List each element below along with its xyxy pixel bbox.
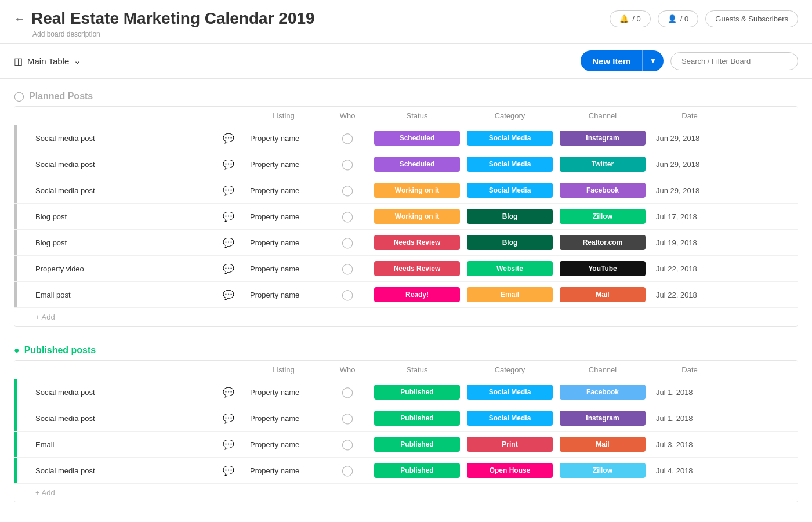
row-name: Social media post <box>28 409 214 427</box>
row-comment[interactable]: 💬 <box>214 434 243 455</box>
row-comment[interactable]: 💬 <box>214 154 243 175</box>
add-row-button[interactable]: + Add <box>14 308 798 326</box>
row-comment[interactable]: 💬 <box>214 206 243 227</box>
person-icon[interactable]: ◯ <box>342 210 353 223</box>
comment-icon[interactable]: 💬 <box>223 133 234 144</box>
row-category[interactable]: Blog <box>463 206 556 226</box>
comment-icon[interactable]: 💬 <box>223 237 234 248</box>
comment-icon[interactable]: 💬 <box>223 159 234 170</box>
row-status[interactable]: Working on it <box>371 206 463 226</box>
new-item-dropdown-arrow[interactable]: ▼ <box>643 52 664 70</box>
row-who[interactable]: ◯ <box>324 231 371 253</box>
row-who[interactable]: ◯ <box>324 284 371 306</box>
person-icon[interactable]: ◯ <box>342 412 353 425</box>
row-channel[interactable]: Zillow <box>556 461 649 480</box>
main-table-button[interactable]: ◫ Main Table ⌄ <box>14 56 81 67</box>
row-status[interactable]: Needs Review <box>371 259 463 278</box>
comment-icon[interactable]: 💬 <box>223 465 234 476</box>
row-comment[interactable]: 💬 <box>214 461 243 481</box>
person-icon[interactable]: ◯ <box>342 158 353 171</box>
row-channel[interactable]: Mail <box>556 434 649 454</box>
row-category[interactable]: Social Media <box>463 408 556 428</box>
new-item-button[interactable]: New Item ▼ <box>581 50 664 71</box>
comment-icon[interactable]: 💬 <box>223 263 234 274</box>
comment-icon[interactable]: 💬 <box>223 289 234 300</box>
row-channel[interactable]: YouTube <box>556 259 649 278</box>
row-category[interactable]: Website <box>463 259 556 278</box>
comment-icon[interactable]: 💬 <box>223 211 234 222</box>
guests-button[interactable]: Guests & Subscribers <box>705 10 798 27</box>
row-channel[interactable]: Facebook <box>556 180 649 200</box>
row-who[interactable]: ◯ <box>324 433 371 455</box>
table-row: Social media post 💬 Property name ◯ Publ… <box>14 379 798 405</box>
channel-badge: Realtor.com <box>560 235 646 250</box>
row-category[interactable]: Email <box>463 285 556 304</box>
row-status[interactable]: Published <box>371 434 463 454</box>
invite-button[interactable]: 👤 / 0 <box>658 10 698 27</box>
group-header-published[interactable]: ● Published posts <box>14 345 798 356</box>
row-channel[interactable]: Zillow <box>556 206 649 226</box>
row-status[interactable]: Needs Review <box>371 233 463 252</box>
row-status[interactable]: Scheduled <box>371 154 463 174</box>
col-status: Status <box>371 361 463 379</box>
add-row-button[interactable]: + Add <box>14 484 798 502</box>
row-who[interactable]: ◯ <box>324 179 371 201</box>
header-actions: 🔔 / 0 👤 / 0 Guests & Subscribers <box>610 10 798 27</box>
col-indicator <box>14 361 28 379</box>
row-category[interactable]: Social Media <box>463 128 556 148</box>
row-channel[interactable]: Mail <box>556 285 649 304</box>
table-row: Social media post 💬 Property name ◯ Publ… <box>14 405 798 432</box>
person-icon[interactable]: ◯ <box>342 288 353 301</box>
row-comment[interactable]: 💬 <box>214 285 243 305</box>
row-category[interactable]: Open House <box>463 461 556 480</box>
row-status[interactable]: Working on it <box>371 180 463 200</box>
row-comment[interactable]: 💬 <box>214 128 243 148</box>
person-icon[interactable]: ◯ <box>342 184 353 197</box>
row-category[interactable]: Blog <box>463 233 556 252</box>
row-category[interactable]: Social Media <box>463 180 556 200</box>
comment-icon[interactable]: 💬 <box>223 439 234 450</box>
row-name: Email <box>28 436 214 454</box>
row-channel[interactable]: Twitter <box>556 154 649 174</box>
person-icon[interactable]: ◯ <box>342 464 353 477</box>
row-status[interactable]: Published <box>371 461 463 480</box>
person-icon[interactable]: ◯ <box>342 438 353 451</box>
person-icon[interactable]: ◯ <box>342 236 353 249</box>
main-content: ◯ Planned Posts Listing Who Status Categ… <box>0 79 812 522</box>
row-category[interactable]: Social Media <box>463 382 556 402</box>
comment-icon[interactable]: 💬 <box>223 387 234 398</box>
person-icon[interactable]: ◯ <box>342 386 353 398</box>
row-category[interactable]: Print <box>463 434 556 454</box>
row-who[interactable]: ◯ <box>324 153 371 175</box>
row-status[interactable]: Published <box>371 382 463 402</box>
row-category[interactable]: Social Media <box>463 154 556 174</box>
row-who[interactable]: ◯ <box>324 459 371 481</box>
search-input[interactable] <box>670 52 798 70</box>
row-comment[interactable]: 💬 <box>214 259 243 279</box>
share-icon[interactable]: ← <box>14 12 26 26</box>
row-name: Social media post <box>28 182 214 200</box>
row-status[interactable]: Published <box>371 408 463 428</box>
activity-button[interactable]: 🔔 / 0 <box>610 10 650 27</box>
person-icon[interactable]: ◯ <box>342 262 353 275</box>
row-comment[interactable]: 💬 <box>214 233 243 253</box>
row-status[interactable]: Ready! <box>371 285 463 304</box>
comment-icon[interactable]: 💬 <box>223 185 234 196</box>
group-header-planned[interactable]: ◯ Planned Posts <box>14 90 798 102</box>
row-comment[interactable]: 💬 <box>214 382 243 403</box>
row-who[interactable]: ◯ <box>324 407 371 429</box>
row-who[interactable]: ◯ <box>324 258 371 280</box>
row-channel[interactable]: Facebook <box>556 382 649 402</box>
row-channel[interactable]: Instagram <box>556 128 649 148</box>
row-channel[interactable]: Instagram <box>556 408 649 428</box>
comment-icon[interactable]: 💬 <box>223 413 234 424</box>
row-color-indicator <box>14 432 17 457</box>
row-channel[interactable]: Realtor.com <box>556 233 649 252</box>
row-who[interactable]: ◯ <box>324 127 371 149</box>
row-who[interactable]: ◯ <box>324 381 371 403</box>
row-who[interactable]: ◯ <box>324 205 371 227</box>
row-status[interactable]: Scheduled <box>371 128 463 148</box>
person-icon[interactable]: ◯ <box>342 132 353 144</box>
row-comment[interactable]: 💬 <box>214 180 243 201</box>
row-comment[interactable]: 💬 <box>214 408 243 429</box>
